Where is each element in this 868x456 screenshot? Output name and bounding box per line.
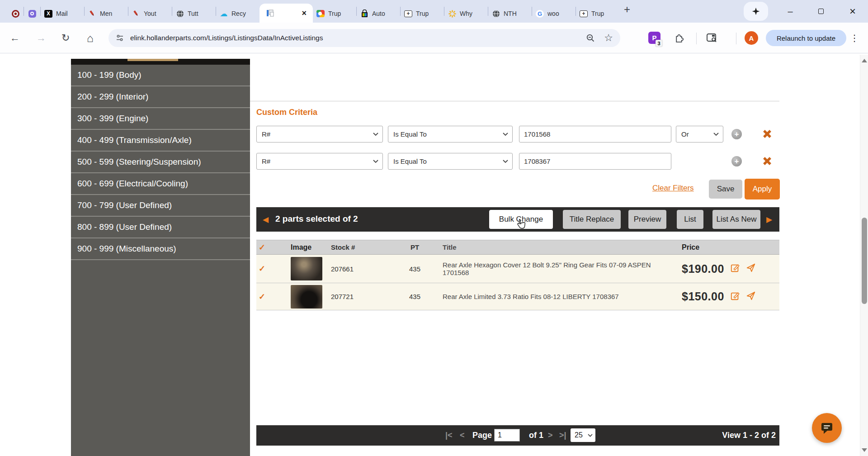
next-page-button[interactable]: > [548,431,553,440]
edit-price-icon[interactable] [730,263,740,275]
remove-criteria-icon[interactable] [762,128,773,141]
browser-menu-icon[interactable]: ⋮ [850,33,859,43]
list-as-new-button[interactable]: List As New [712,210,760,229]
column-header-price[interactable]: Price [668,243,779,252]
clear-filters-link[interactable]: Clear Filters [652,184,694,193]
add-criteria-icon[interactable]: + [731,129,742,139]
sidebar-item-500-599[interactable]: 500 - 599 (Steering/Suspension) [71,152,250,173]
custom-criteria-heading: Custom Criteria [256,108,317,117]
scroll-down-icon[interactable] [862,448,867,452]
chevron-down-icon [588,434,593,437]
column-header-pt[interactable]: PT [398,243,432,251]
tab-woo[interactable]: G woo [532,5,576,23]
part-thumbnail[interactable] [291,285,322,309]
chevron-down-icon [373,133,378,136]
window-close-button[interactable]: × [844,0,862,23]
page-scrollbar[interactable] [860,55,868,456]
sidebar-item-600-699[interactable]: 600 - 699 (Electrical/Cooling) [71,173,250,195]
tab-men[interactable]: Men [85,5,128,23]
row-check-icon[interactable]: ✓ [256,264,283,274]
tab-auto[interactable]: Auto [357,5,400,23]
shopping-bag-icon [360,10,368,18]
operator-select[interactable]: Is Equal To [388,153,513,170]
sidebar-item-300-399[interactable]: 300 - 399 (Engine) [71,108,250,130]
criteria-value-input[interactable] [519,126,671,142]
sidebar-item-700-799[interactable]: 700 - 799 (User Defined) [71,195,250,217]
tab-yout[interactable]: Yout [128,5,172,23]
tab-label: Yout [144,10,156,17]
tab-trup-3[interactable]: + Trup [576,5,619,23]
save-button[interactable]: Save [709,180,742,199]
site-info-icon[interactable] [116,34,124,42]
bookmark-star-icon[interactable]: ☆ [604,32,613,44]
zoom-out-icon[interactable] [586,33,595,43]
column-header-title[interactable]: Title [432,243,668,251]
field-select[interactable]: R# [256,126,383,142]
tab-tutt[interactable]: Tutt [172,5,216,23]
pinned-tab-app[interactable] [24,5,40,23]
first-page-button[interactable]: |< [445,431,453,440]
url-text[interactable]: elink.hollanderparts.com/Listings/Listin… [130,34,586,42]
criteria-value-input[interactable] [519,153,671,170]
select-all-check[interactable]: ✓ [256,242,283,252]
scroll-up-icon[interactable] [862,59,867,62]
sidebar-item-100-199[interactable]: 100 - 199 (Body) [71,65,250,86]
last-page-button[interactable]: >| [559,431,566,440]
relaunch-to-update-button[interactable]: Relaunch to update [766,30,846,46]
column-header-stock[interactable]: Stock # [328,243,398,251]
list-button[interactable]: List [677,210,703,229]
title-replace-button[interactable]: Title Replace [563,210,621,229]
send-listing-icon[interactable] [746,291,756,303]
tab-search-icon[interactable] [706,33,718,45]
sidebar-item-400-499[interactable]: 400 - 499 (Transmission/Axle) [71,130,250,152]
filter-actions: Clear Filters Save Apply [256,179,779,200]
table-row[interactable]: ✓ 207661 435 Rear Axle Hexagon Cover 12 … [256,255,779,283]
row-check-icon[interactable]: ✓ [256,292,283,302]
sidebar-item-800-899[interactable]: 800 - 899 (User Defined) [71,217,250,238]
chat-widget-button[interactable] [812,413,842,443]
address-bar[interactable]: elink.hollanderparts.com/Listings/Listin… [108,29,620,47]
tab-recy[interactable]: ☁ Recy [216,5,259,23]
collapse-left-icon[interactable]: ◀ [263,215,269,224]
add-criteria-icon[interactable]: + [731,156,742,166]
new-tab-button[interactable]: + [624,3,630,16]
tab-active-listings[interactable]: × [259,4,313,23]
field-select[interactable]: R# [256,153,383,170]
close-icon: × [849,5,856,18]
remove-criteria-icon[interactable] [762,156,773,168]
tab-nth[interactable]: NTH [488,5,532,23]
page-size-select[interactable]: 25 [571,428,595,442]
forward-button[interactable]: → [36,32,46,44]
globe-icon [176,10,184,18]
profile-avatar[interactable]: A [745,31,758,45]
close-tab-icon[interactable]: × [302,9,307,17]
conjunction-select[interactable]: Or [676,126,723,142]
preview-button[interactable]: Preview [628,210,666,229]
part-thumbnail[interactable] [291,257,322,280]
tab-trup-2[interactable]: + Trup [401,5,444,23]
page-number-input[interactable] [494,429,520,442]
window-maximize-button[interactable] [812,0,830,23]
tab-why[interactable]: Why [444,5,488,23]
sidebar-item-900-999[interactable]: 900 - 999 (Miscellaneous) [71,238,250,260]
apply-button[interactable]: Apply [745,179,780,200]
home-button[interactable]: ⌂ [87,31,94,44]
operator-select[interactable]: Is Equal To [388,126,513,142]
extensions-puzzle-icon[interactable] [674,32,685,45]
table-row[interactable]: ✓ 207721 435 Rear Axle Limited 3.73 Rati… [256,283,779,310]
sidebar-item-200-299[interactable]: 200 - 299 (Interior) [71,86,250,108]
scrollbar-thumb[interactable] [862,218,867,304]
browser-ai-button[interactable] [744,2,768,21]
prev-page-button[interactable]: < [460,431,465,440]
sidebar-header-accent [127,59,178,61]
pinned-tab-record[interactable] [7,5,24,23]
tab-trup-1[interactable]: Trup [313,5,356,23]
reload-button[interactable]: ↻ [61,32,70,44]
edit-price-icon[interactable] [730,291,740,303]
send-listing-icon[interactable] [746,263,756,275]
window-minimize-button[interactable]: – [781,0,799,23]
back-button[interactable]: ← [10,32,20,44]
tab-mail[interactable]: X Mail [41,5,84,23]
expand-right-icon[interactable]: ▶ [766,215,772,224]
tab-label: woo [547,10,559,17]
